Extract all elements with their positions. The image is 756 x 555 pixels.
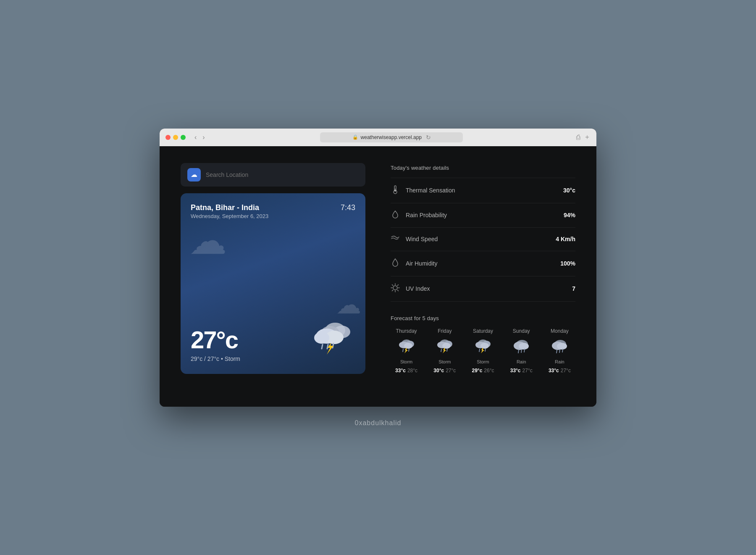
temps-sun: 33°c 27°c <box>510 368 533 374</box>
condition-sun: Rain <box>517 359 526 364</box>
url-text: weatherwiseapp.vercel.app <box>361 134 422 140</box>
forecast-day-monday: Monday Rain <box>544 328 575 374</box>
humidity-label: Air Humidity <box>406 260 437 267</box>
svg-line-19 <box>397 290 398 291</box>
detail-left: UV Index <box>391 283 430 295</box>
wind-icon <box>391 234 400 244</box>
condition-mon: Rain <box>555 359 564 364</box>
forecast-section: Forecast for 5 days Thursday <box>391 315 575 374</box>
svg-point-13 <box>393 286 397 290</box>
high-sat: 29°c <box>472 368 483 374</box>
rain-label: Rain Probability <box>406 212 447 218</box>
close-button[interactable] <box>165 135 171 140</box>
detail-row-thermal: Thermal Sensation 30°c <box>391 178 575 203</box>
low-sun: 27°c <box>522 368 533 374</box>
rain-icon <box>391 210 400 221</box>
address-bar: 🔒 weatherwiseapp.vercel.app ↻ <box>211 132 572 142</box>
new-tab-button[interactable]: ＋ <box>584 133 591 142</box>
weather-card-header: Patna, Bihar - India Wednesday, Septembe… <box>191 203 355 219</box>
weather-time: 7:43 <box>341 203 355 212</box>
weather-bottom: 27°c 29°c / 27°c • Storm <box>191 314 355 362</box>
svg-line-20 <box>397 284 398 285</box>
forecast-day-sunday: Sunday Rain <box>506 328 537 374</box>
forecast-icon-fri <box>436 337 454 356</box>
search-bar[interactable]: ☁ <box>181 163 365 187</box>
forecast-icon-sat <box>474 337 492 356</box>
humidity-icon <box>391 258 400 269</box>
condition-sat: Storm <box>477 359 489 364</box>
condition-thu: Storm <box>400 359 412 364</box>
wind-value: 4 Km/h <box>556 236 575 242</box>
thermal-label: Thermal Sensation <box>406 187 455 194</box>
back-button[interactable]: ‹ <box>192 133 199 142</box>
svg-line-44 <box>485 349 486 351</box>
high-sun: 33°c <box>510 368 521 374</box>
detail-row-humidity: Air Humidity 100% <box>391 251 575 276</box>
forecast-icon-thu <box>397 337 416 356</box>
app-content: ☁ ☁ ☁ Patna, Bihar - India Wednesday, Se… <box>160 146 596 407</box>
svg-point-33 <box>442 343 451 349</box>
rain-value: 94% <box>564 212 575 218</box>
humidity-value: 100% <box>560 260 575 267</box>
traffic-lights <box>165 135 186 140</box>
detail-row-uv: UV Index 7 <box>391 276 575 302</box>
low-fri: 27°c <box>446 368 456 374</box>
uv-icon <box>391 283 400 295</box>
page-footer: 0xabdulkhalid <box>355 419 402 427</box>
forecast-day-friday: Friday <box>429 328 460 374</box>
svg-line-34 <box>441 349 441 352</box>
forecast-day-thursday: Thursday <box>391 328 422 374</box>
footer-credit: 0xabdulkhalid <box>355 419 402 426</box>
temps-thu: 33°c 28°c <box>395 368 417 374</box>
browser-titlebar: ‹ › 🔒 weatherwiseapp.vercel.app ↻ ⎙ ＋ <box>160 129 596 146</box>
nav-buttons: ‹ › <box>192 133 207 142</box>
browser-actions: ⎙ ＋ <box>576 133 591 142</box>
reload-icon: ↻ <box>426 134 431 141</box>
svg-point-54 <box>557 343 567 350</box>
forecast-icon-mon <box>550 337 569 356</box>
svg-line-42 <box>479 349 480 352</box>
svg-line-28 <box>409 349 409 351</box>
maximize-button[interactable] <box>181 135 186 140</box>
forecast-grid: Thursday <box>391 328 575 374</box>
detail-left: Wind Speed <box>391 234 438 244</box>
temps-sat: 29°c 26°c <box>472 368 494 374</box>
details-section-title: Today's weather details <box>391 165 575 171</box>
day-name-mon: Monday <box>551 328 569 334</box>
high-mon: 33°c <box>549 368 559 374</box>
left-panel: ☁ ☁ ☁ Patna, Bihar - India Wednesday, Se… <box>181 163 365 390</box>
high-thu: 33°c <box>395 368 406 374</box>
detail-row-rain: Rain Probability 94% <box>391 203 575 228</box>
lock-icon: 🔒 <box>352 134 358 140</box>
svg-line-6 <box>322 345 323 349</box>
thermometer-icon <box>391 185 400 196</box>
right-panel: Today's weather details Thermal Sensatio… <box>391 163 575 390</box>
svg-point-48 <box>519 343 529 350</box>
temperature-range: 29°c / 27°c • Storm <box>191 355 240 362</box>
temps-mon: 33°c 27°c <box>549 368 571 374</box>
minimize-button[interactable] <box>173 135 178 140</box>
day-name-sun: Sunday <box>513 328 530 334</box>
uv-value: 7 <box>572 285 575 292</box>
uv-label: UV Index <box>406 285 430 292</box>
app-logo-icon: ☁ <box>187 168 201 181</box>
svg-line-55 <box>556 350 557 353</box>
svg-point-5 <box>314 332 329 344</box>
svg-line-50 <box>521 350 522 352</box>
wind-label: Wind Speed <box>406 236 438 242</box>
search-input[interactable] <box>206 171 359 178</box>
temperature-display: 27°c 29°c / 27°c • Storm <box>191 328 240 362</box>
low-sat: 26°c <box>484 368 494 374</box>
browser-window: ‹ › 🔒 weatherwiseapp.vercel.app ↻ ⎙ ＋ ☁ <box>160 129 596 407</box>
svg-line-36 <box>447 349 447 351</box>
share-button[interactable]: ⎙ <box>576 133 580 142</box>
svg-point-25 <box>404 343 412 349</box>
svg-point-41 <box>480 343 489 349</box>
svg-line-21 <box>392 290 393 291</box>
forward-button[interactable]: › <box>200 133 207 142</box>
temperature-value: 27°c <box>191 328 240 352</box>
low-mon: 27°c <box>561 368 571 374</box>
low-thu: 28°c <box>407 368 417 374</box>
address-bar-field[interactable]: 🔒 weatherwiseapp.vercel.app ↻ <box>320 132 463 142</box>
detail-left: Thermal Sensation <box>391 185 455 196</box>
